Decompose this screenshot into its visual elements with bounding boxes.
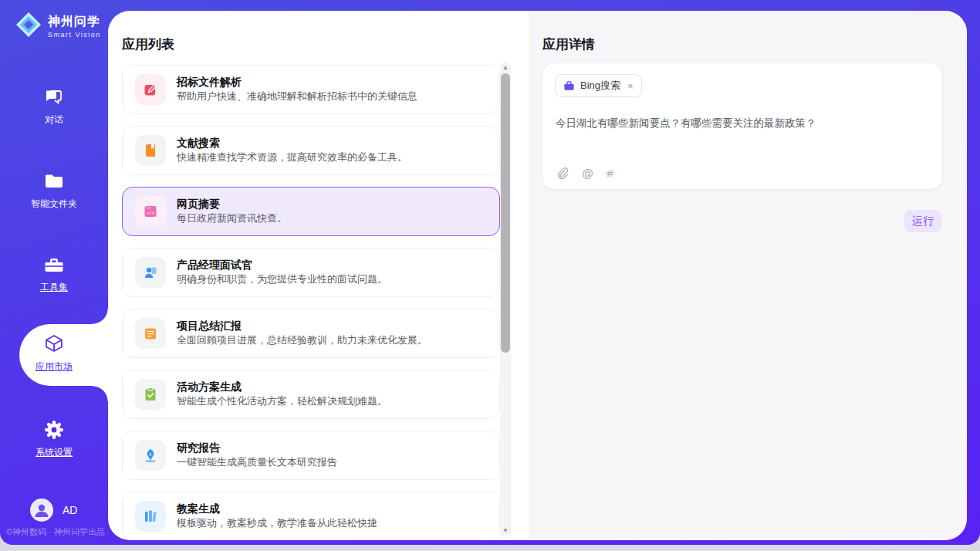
query-text[interactable]: 今日湖北有哪些新闻要点？有哪些需要关注的最新政策？ xyxy=(556,116,931,131)
app-list-panel: 应用列表 招标文件解析 帮助用户快速、准确地理解和解析招标书中的关键信息 xyxy=(108,11,529,540)
run-button[interactable]: 运行 xyxy=(904,210,941,232)
close-icon[interactable]: × xyxy=(627,80,634,92)
scrollbar-thumb[interactable] xyxy=(501,73,510,353)
app-card-pm-interviewer[interactable]: 产品经理面试官 明确身份和职责，为您提供专业性的面试问题。 xyxy=(122,248,500,297)
user-account[interactable]: AD xyxy=(30,499,77,522)
app-card-web-summary[interactable]: </> 网页摘要 每日政府新闻资讯快查。 xyxy=(122,187,500,236)
books-icon xyxy=(135,501,166,532)
scroll-up-icon[interactable]: ▲ xyxy=(500,63,511,73)
app-detail-title: 应用详情 xyxy=(542,35,595,53)
app-card-title: 招标文件解析 xyxy=(177,75,417,90)
app-card-title: 项目总结汇报 xyxy=(177,319,427,334)
prompt-input[interactable]: Bing搜索 × 今日湖北有哪些新闻要点？有哪些需要关注的最新政策？ @ # xyxy=(542,63,943,190)
browser-icon: </> xyxy=(135,196,166,227)
sidebar-item-toolset[interactable]: 工具集 xyxy=(0,254,108,294)
brand-subtitle: Smart Vision xyxy=(48,31,101,39)
app-card-title: 产品经理面试官 xyxy=(177,258,387,273)
paperclip-icon[interactable] xyxy=(556,167,569,180)
sidebar-item-label: 工具集 xyxy=(40,281,68,294)
app-card-desc: 明确身份和职责，为您提供专业性的面试问题。 xyxy=(177,272,387,287)
book-icon xyxy=(135,135,166,166)
sidebar-item-app-market[interactable]: 应用市场 xyxy=(0,333,108,374)
app-card-desc: 每日政府新闻资讯快查。 xyxy=(177,211,287,226)
tool-tag-bing-search[interactable]: Bing搜索 × xyxy=(555,74,642,97)
sidebar-item-chat[interactable]: 对话 xyxy=(0,86,108,127)
app-frame: 神州问学 Smart Vision 对话 智能文件夹 xyxy=(0,0,980,545)
app-card-literature-search[interactable]: 文献搜索 快速精准查找学术资源，提高研究效率的必备工具。 xyxy=(122,126,500,175)
input-toolbar: @ # xyxy=(556,167,613,180)
svg-text:</>: </> xyxy=(147,211,155,215)
hash-icon[interactable]: # xyxy=(607,167,613,179)
interviewer-icon xyxy=(135,257,166,288)
cube-icon xyxy=(0,333,108,357)
active-item-curve-top xyxy=(93,309,108,324)
app-card-project-summary[interactable]: 项目总结汇报 全面回顾项目进展，总结经验教训，助力未来优化发展。 xyxy=(122,309,500,358)
diamond-logo-icon xyxy=(15,11,42,42)
user-initials: AD xyxy=(63,504,77,516)
main-content: 应用列表 招标文件解析 帮助用户快速、准确地理解和解析招标书中的关键信息 xyxy=(108,11,967,540)
brand-name: 神州问学 xyxy=(48,14,101,30)
quill-icon xyxy=(135,440,166,471)
chat-icon xyxy=(0,86,108,110)
app-card-event-plan[interactable]: 活动方案生成 智能生成个性化活动方案，轻松解决规划难题。 xyxy=(122,370,500,419)
tool-tag-label: Bing搜索 xyxy=(580,79,620,93)
sidebar-item-settings[interactable]: 系统设置 xyxy=(0,419,108,459)
sidebar-item-label: 应用市场 xyxy=(35,360,73,374)
app-card-desc: 帮助用户快速、准确地理解和解析招标书中的关键信息 xyxy=(177,90,417,104)
sidebar-item-smart-folder[interactable]: 智能文件夹 xyxy=(0,171,108,211)
app-card-list: 招标文件解析 帮助用户快速、准确地理解和解析招标书中的关键信息 文献搜索 快速精… xyxy=(122,65,500,540)
folder-icon xyxy=(0,171,108,194)
app-card-desc: 模板驱动，教案秒成，教学准备从此轻松快捷 xyxy=(177,516,377,531)
toolbox-icon xyxy=(0,254,108,277)
clipboard-check-icon xyxy=(135,379,166,410)
sidebar-item-label: 系统设置 xyxy=(35,446,73,459)
app-card-title: 文献搜索 xyxy=(177,136,407,151)
app-card-title: 网页摘要 xyxy=(177,197,287,212)
app-card-lesson-plan[interactable]: 教案生成 模板驱动，教案秒成，教学准备从此轻松快捷 xyxy=(122,492,500,540)
avatar xyxy=(30,499,53,522)
sidebar-item-label: 智能文件夹 xyxy=(31,198,77,211)
app-card-desc: 快速精准查找学术资源，提高研究效率的必备工具。 xyxy=(177,150,407,165)
copyright-footer: ©神州数码 · 神州问学出品 xyxy=(6,526,108,538)
app-card-title: 活动方案生成 xyxy=(177,380,387,395)
app-card-title: 教案生成 xyxy=(177,502,377,517)
briefcase-icon xyxy=(563,80,575,92)
app-card-desc: 一键智能生成高质量长文本研究报告 xyxy=(177,455,337,470)
app-card-bid-analysis[interactable]: 招标文件解析 帮助用户快速、准确地理解和解析招标书中的关键信息 xyxy=(122,65,500,114)
active-item-curve-bottom xyxy=(93,386,108,401)
sidebar: 神州问学 Smart Vision 对话 智能文件夹 xyxy=(0,0,108,545)
app-card-desc: 全面回顾项目进展，总结经验教训，助力未来优化发展。 xyxy=(177,333,427,348)
app-list-title: 应用列表 xyxy=(122,35,174,53)
app-list-scrollbar[interactable]: ▲ ▼ xyxy=(500,62,511,537)
app-card-desc: 智能生成个性化活动方案，轻松解决规划难题。 xyxy=(177,394,387,409)
mention-icon[interactable]: @ xyxy=(582,167,593,179)
brand-logo: 神州问学 Smart Vision xyxy=(15,11,101,42)
app-detail-panel: 应用详情 Bing搜索 × 今日湖北有哪些新闻要点？有哪些需要关注的最新政策？ xyxy=(529,11,967,540)
scroll-down-icon[interactable]: ▼ xyxy=(500,526,511,536)
pen-square-icon xyxy=(135,74,166,105)
gear-icon xyxy=(0,419,108,442)
app-card-research-report[interactable]: 研究报告 一键智能生成高质量长文本研究报告 xyxy=(122,431,500,480)
sidebar-item-label: 对话 xyxy=(45,113,63,127)
app-card-title: 研究报告 xyxy=(177,441,337,456)
report-notes-icon xyxy=(135,318,166,349)
